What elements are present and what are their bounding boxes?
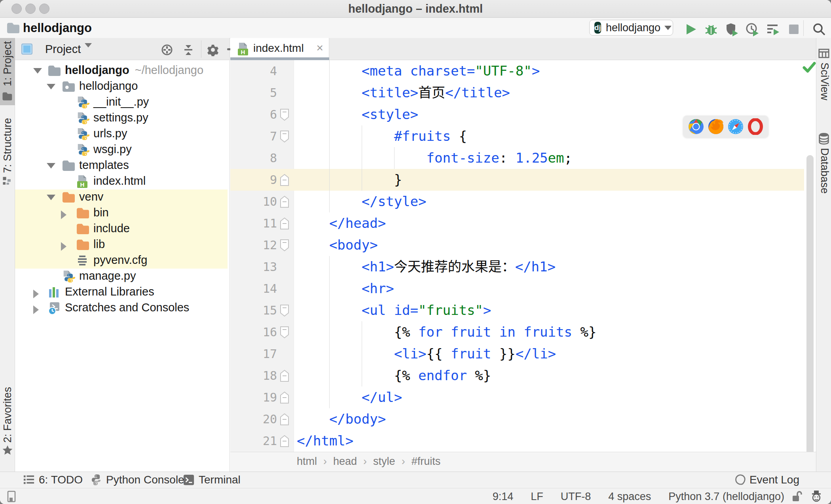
project-panel-title[interactable]: Project [45, 43, 81, 56]
fold-end-icon[interactable] [279, 174, 290, 186]
tree-item-pyvenv-cfg[interactable]: pyvenv.cfg [15, 253, 230, 269]
tool-button-todo[interactable]: 6: TODO [23, 474, 83, 486]
check-icon[interactable] [803, 62, 816, 74]
tool-button-project[interactable]: 1: Project [2, 41, 14, 86]
tree-item-scratches-and-consoles[interactable]: Scratches and Consoles [15, 300, 230, 316]
debug-icon[interactable] [704, 22, 718, 36]
code-line-18[interactable]: 18 {% endfor %} [230, 365, 816, 387]
code-line-12[interactable]: 12 <body> [230, 234, 816, 256]
chevron-expanded-icon[interactable] [33, 68, 42, 74]
chrome-browser-icon[interactable] [688, 118, 704, 135]
tree-item-include[interactable]: include [15, 221, 230, 237]
search-icon[interactable] [812, 22, 826, 36]
status-caret-position[interactable]: 9:14 [493, 491, 514, 503]
breadcrumb-head[interactable]: head [333, 455, 357, 467]
code-line-8[interactable]: 8 font-size: 1.25em; [230, 147, 816, 169]
tree-item-wsgi-py[interactable]: wsgi.py [15, 142, 230, 158]
tool-button-console[interactable]: Python Console [90, 474, 184, 486]
event-log-button[interactable]: Event Log [734, 474, 799, 486]
breadcrumb[interactable]: hellodjango [23, 21, 92, 35]
tree-item-hellodjango[interactable]: hellodjango [15, 79, 230, 95]
gear-icon[interactable] [207, 44, 219, 56]
code-line-20[interactable]: 20 </body> [230, 408, 816, 430]
breadcrumb-html[interactable]: html [297, 455, 317, 467]
project-tool-icon[interactable] [2, 91, 12, 101]
fold-start-icon[interactable] [279, 326, 290, 339]
run-configuration-select[interactable]: dj hellodjango [589, 20, 673, 36]
tool-button-sciview[interactable]: SciView [818, 63, 831, 100]
status-file-encoding[interactable]: UTF-8 [561, 491, 591, 503]
status-line-separator[interactable]: LF [531, 491, 543, 503]
breadcrumb-style[interactable]: style [373, 455, 395, 467]
tool-button-favorites[interactable]: 2: Favorites [2, 387, 14, 443]
chevron-expanded-icon[interactable] [47, 84, 55, 89]
fold-end-icon[interactable] [279, 195, 290, 208]
sciview-icon[interactable] [818, 47, 830, 59]
fold-end-icon[interactable] [279, 217, 290, 230]
status-python-interpreter[interactable]: Python 3.7 (hellodjango) [668, 491, 784, 503]
editor-scrollbar[interactable] [806, 155, 814, 452]
toolwindow-switcher-icon[interactable] [6, 491, 18, 502]
fold-end-icon[interactable] [279, 413, 290, 426]
collapse-all-icon[interactable] [182, 44, 195, 56]
tree-item-external-libraries[interactable]: External Libraries [15, 284, 230, 300]
safari-browser-icon[interactable] [727, 118, 744, 135]
locate-icon[interactable] [161, 44, 173, 56]
fold-end-icon[interactable] [279, 369, 290, 382]
tool-button-terminal[interactable]: Terminal [183, 474, 241, 486]
code-line-21[interactable]: 21</html> [230, 430, 816, 452]
code-line-5[interactable]: 5 <title>首页</title> [230, 82, 816, 104]
fold-start-icon[interactable] [279, 130, 290, 143]
tab-index-html[interactable]: H index.html × [230, 38, 329, 60]
code-area[interactable]: 4 <meta charset="UTF-8">5 <title>首页</tit… [230, 60, 816, 452]
fold-end-icon[interactable] [279, 391, 290, 404]
chevron-collapsed-icon[interactable] [33, 290, 39, 298]
tree-item-settings-py[interactable]: settings.py [15, 110, 230, 126]
firefox-browser-icon[interactable] [708, 118, 724, 135]
code-line-10[interactable]: 10 </style> [230, 191, 816, 212]
status-indent-style[interactable]: 4 spaces [608, 491, 651, 503]
structure-tool-icon[interactable] [2, 176, 12, 186]
multirun-icon[interactable] [766, 22, 780, 36]
chevron-expanded-icon[interactable] [47, 163, 55, 169]
profiler-clock-icon[interactable] [745, 22, 759, 36]
tree-item-lib[interactable]: lib [15, 237, 230, 253]
tree-item-manage-py[interactable]: manage.py [15, 269, 230, 284]
code-line-19[interactable]: 19 </ul> [230, 387, 816, 408]
tree-item-bin[interactable]: bin [15, 205, 230, 221]
fold-start-icon[interactable] [279, 304, 290, 317]
code-line-13[interactable]: 13 <h1>今天推荐的水果是：</h1> [230, 256, 816, 278]
tree-item-urls-py[interactable]: urls.py [15, 126, 230, 142]
code-line-9[interactable]: 9 } [230, 169, 816, 191]
tree-item-templates[interactable]: templates [15, 158, 230, 174]
fold-end-icon[interactable] [279, 435, 290, 447]
fold-start-icon[interactable] [279, 108, 290, 121]
favorites-star-icon[interactable] [2, 445, 13, 456]
project-view-icon[interactable] [21, 43, 33, 55]
chevron-collapsed-icon[interactable] [33, 305, 39, 314]
run-icon[interactable] [683, 22, 698, 36]
coverage-shield-icon[interactable] [725, 22, 739, 36]
code-line-16[interactable]: 16 {% for fruit in fruits %} [230, 321, 816, 343]
unlocked-icon[interactable] [791, 491, 803, 502]
close-icon[interactable]: × [316, 41, 323, 55]
tool-button-database[interactable]: Database [818, 148, 831, 194]
code-line-11[interactable]: 11 </head> [230, 212, 816, 234]
tree-item-venv[interactable]: venv [15, 189, 230, 205]
tree-item--init-py[interactable]: __init__.py [15, 95, 230, 110]
code-line-14[interactable]: 14 <hr> [230, 278, 816, 299]
chevron-collapsed-icon[interactable] [61, 242, 66, 251]
code-line-15[interactable]: 15 <ul id="fruits"> [230, 299, 816, 321]
chevron-expanded-icon[interactable] [47, 195, 55, 200]
breadcrumb-fruits[interactable]: #fruits [412, 455, 441, 467]
tool-button-structure[interactable]: 7: Structure [2, 118, 14, 173]
code-line-4[interactable]: 4 <meta charset="UTF-8"> [230, 60, 816, 82]
database-icon[interactable] [818, 132, 830, 145]
opera-browser-icon[interactable] [747, 118, 764, 135]
code-line-17[interactable]: 17 <li>{{ fruit }}</li> [230, 343, 816, 365]
hector-inspector-icon[interactable] [810, 490, 822, 502]
chevron-collapsed-icon[interactable] [61, 210, 66, 219]
tree-item-index-html[interactable]: Hindex.html [15, 174, 230, 189]
fold-start-icon[interactable] [279, 239, 290, 252]
tree-item-hellodjango[interactable]: hellodjango~/hellodjango [15, 63, 230, 79]
